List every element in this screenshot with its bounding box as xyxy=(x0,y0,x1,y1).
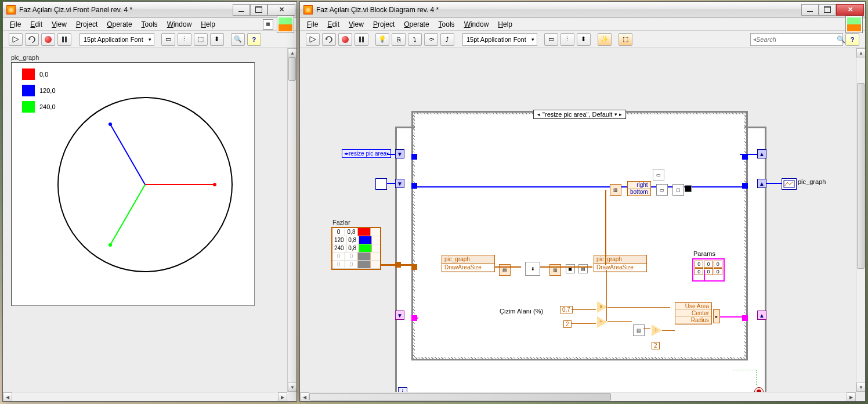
reorder-button[interactable]: ⬍ xyxy=(210,33,224,46)
menu-file[interactable]: File xyxy=(302,19,323,30)
pause-button[interactable] xyxy=(355,33,368,46)
case-selector[interactable]: "resize pic area", Default xyxy=(533,110,626,119)
scroll-down-icon[interactable]: ▼ xyxy=(856,383,865,392)
array-max-min-icon[interactable]: ⬍ xyxy=(525,262,540,276)
menu-project[interactable]: Project xyxy=(368,19,399,30)
vi-icon[interactable] xyxy=(277,16,294,33)
menu-project[interactable]: Project xyxy=(71,19,102,30)
shift-register-right-1[interactable]: ▲ xyxy=(757,149,766,158)
scroll-thumb[interactable] xyxy=(288,57,296,81)
tunnel[interactable] xyxy=(742,183,748,189)
tunnel[interactable] xyxy=(411,154,417,160)
block-diagram-titlebar[interactable]: Faz Açıları Çiz.vi Block Diagram rev. 4 … xyxy=(300,2,865,18)
close-button[interactable] xyxy=(267,4,295,16)
menu-help[interactable]: Help xyxy=(196,19,220,30)
block-diagram-content[interactable]: i resize pic area ▼ draw outer circle ▲ … xyxy=(300,48,865,401)
menu-operate[interactable]: Operate xyxy=(102,19,136,30)
fazlar-color[interactable] xyxy=(359,236,372,244)
fazlar-angle[interactable]: 0 xyxy=(332,261,345,268)
vertical-scrollbar[interactable]: ▲ ▼ xyxy=(856,48,865,392)
distribute-button[interactable]: ⋮ xyxy=(178,33,191,46)
reorder-button[interactable]: ⬍ xyxy=(577,33,591,46)
menu-tools[interactable]: Tools xyxy=(434,19,460,30)
distribute-button[interactable]: ⋮ xyxy=(560,33,574,46)
cleanup-button[interactable]: ✨ xyxy=(598,33,612,46)
run-button[interactable] xyxy=(306,33,320,46)
scroll-up-icon[interactable]: ▲ xyxy=(856,48,865,57)
horizontal-scrollbar[interactable]: ◀ ▶ xyxy=(3,392,287,401)
fazlar-row[interactable]: 00 xyxy=(332,252,380,261)
step-over-button[interactable]: ⤼ xyxy=(424,33,438,46)
scroll-left-icon[interactable]: ◀ xyxy=(300,392,309,401)
scroll-thumb[interactable] xyxy=(309,393,611,401)
align-button[interactable]: ▭ xyxy=(544,33,558,46)
search-input[interactable] xyxy=(756,36,837,43)
fazlar-color[interactable] xyxy=(358,261,371,268)
tunnel[interactable] xyxy=(411,183,417,189)
fazlar-row[interactable]: 00 xyxy=(332,261,380,269)
minimize-button[interactable] xyxy=(801,4,819,16)
vertical-scrollbar[interactable]: ▲ ▼ xyxy=(287,48,296,392)
toggle-button[interactable]: ⬚ xyxy=(619,33,632,46)
params-cluster-indicator[interactable]: 0 0 0 0 0 0 Params xyxy=(692,258,725,282)
font-select[interactable]: 15pt Application Font xyxy=(462,33,537,46)
fazlar-magnitude[interactable]: 0 xyxy=(345,252,358,260)
fazlar-row[interactable]: 2400,8 xyxy=(332,244,380,252)
fazlar-color[interactable] xyxy=(359,244,372,252)
resize-button[interactable]: ⬚ xyxy=(194,33,208,46)
search-icon[interactable]: 🔍 xyxy=(837,35,845,44)
shift-register-left-1[interactable]: ▼ xyxy=(395,149,404,158)
pic-graph-terminal[interactable] xyxy=(782,178,797,190)
fazlar-angle[interactable]: 240 xyxy=(332,244,346,252)
pane-grid-icon[interactable]: ▦ xyxy=(263,19,273,30)
cluster-to-array-icon[interactable]: ▤ xyxy=(499,264,511,276)
property-node-pic-graph-1[interactable]: pic_graph DrawAreaSize xyxy=(442,255,495,272)
constant-2a[interactable]: 2 xyxy=(563,320,572,328)
fazlar-angle[interactable]: 0 xyxy=(332,252,345,260)
fazlar-cluster-constant[interactable]: Fazlar 00,81200,82400,80000 xyxy=(331,227,381,270)
menu-operate[interactable]: Operate xyxy=(399,19,433,30)
shift-register-right-3[interactable]: ▲ xyxy=(757,311,766,320)
menu-view[interactable]: View xyxy=(344,19,368,30)
menu-edit[interactable]: Edit xyxy=(323,19,344,30)
shift-register-right-2[interactable]: ▲ xyxy=(757,179,766,188)
fazlar-magnitude[interactable]: 0,8 xyxy=(346,244,359,252)
minimize-button[interactable] xyxy=(233,4,250,16)
menu-help[interactable]: Help xyxy=(493,19,517,30)
run-button[interactable] xyxy=(9,33,23,46)
horizontal-scrollbar[interactable]: ◀ ▶ xyxy=(300,392,856,401)
maximize-button[interactable] xyxy=(819,4,836,16)
to-cluster-icon[interactable]: ▥ xyxy=(610,184,621,196)
search-icon-button[interactable]: 🔍 xyxy=(231,33,245,46)
scroll-thumb[interactable] xyxy=(857,83,865,269)
font-select[interactable]: 15pt Application Font xyxy=(79,33,154,46)
build-array-icon[interactable]: ▤ xyxy=(633,324,645,336)
fazlar-row[interactable]: 00,8 xyxy=(332,228,380,236)
retain-wire-values-button[interactable]: ⎘ xyxy=(392,33,406,46)
menu-window[interactable]: Window xyxy=(162,19,197,30)
vi-icon[interactable] xyxy=(845,16,863,33)
menu-file[interactable]: File xyxy=(5,19,26,30)
scroll-up-icon[interactable]: ▲ xyxy=(288,48,296,57)
front-panel-titlebar[interactable]: Faz Açıları Çiz.vi Front Panel rev. 4 * xyxy=(3,2,296,18)
bundle-icon[interactable]: ▤ xyxy=(578,264,588,273)
constant-2b[interactable]: 2 xyxy=(652,342,660,349)
step-into-button[interactable]: ⤵ xyxy=(408,33,422,46)
enum-constant-left[interactable]: resize pic area xyxy=(342,149,391,158)
close-button[interactable] xyxy=(836,4,864,16)
align-button[interactable]: ▭ xyxy=(161,33,175,46)
picture-constant[interactable] xyxy=(375,178,387,190)
help-button[interactable]: ? xyxy=(247,33,261,46)
case-structure[interactable]: "resize pic area", Default r xyxy=(411,111,748,360)
rect-const-icon[interactable]: ▭ xyxy=(653,169,664,181)
fazlar-magnitude[interactable]: 0,8 xyxy=(346,236,359,244)
highlight-execution-button[interactable]: 💡 xyxy=(375,33,389,46)
menu-view[interactable]: View xyxy=(47,19,71,30)
pause-button[interactable] xyxy=(57,33,71,46)
color-const-black[interactable] xyxy=(685,185,692,192)
unbundle-by-name[interactable]: right bottom xyxy=(627,181,651,196)
loop-tunnel-fazlar[interactable] xyxy=(395,262,401,268)
shift-register-left-2[interactable]: ▼ xyxy=(395,179,404,188)
fazlar-magnitude[interactable]: 0 xyxy=(345,261,358,268)
array-to-cluster-icon[interactable]: ▥ xyxy=(549,264,561,276)
